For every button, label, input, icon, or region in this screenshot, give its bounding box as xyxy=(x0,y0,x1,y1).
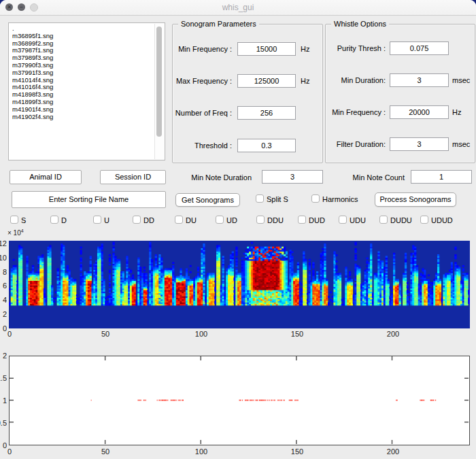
notes-plot-axes xyxy=(9,356,470,445)
whistle-options-panel: Whistle Options Purity Thresh : 0.075 Mi… xyxy=(325,24,475,163)
window-title: whis_gui xyxy=(0,0,476,15)
list-item[interactable]: m36895f1.sng xyxy=(12,33,154,40)
sonogram-xtick: 50 xyxy=(101,330,109,338)
sonogram-ytick: 4 xyxy=(0,296,7,304)
pattern-ddu-checkbox[interactable] xyxy=(256,216,265,224)
sonogram-ytick: 6 xyxy=(0,282,7,290)
sng-file-listbox[interactable]: . m36895f1.sng m36899f2.sng m37987f1.sng… xyxy=(8,22,165,160)
sonogram-ytick: 0 xyxy=(0,324,7,333)
sonogram-parameters-panel: Sonogram Parameters Min Frequency : 1500… xyxy=(172,24,323,163)
panel-title: Whistle Options xyxy=(331,20,389,28)
min-frequency-label: Min Frequency : xyxy=(174,42,232,56)
min-frequency-unit: Hz xyxy=(301,42,309,56)
whistle-min-frequency-field[interactable]: 20000 xyxy=(390,105,449,119)
get-sonograms-button[interactable]: Get Sonograms xyxy=(175,193,240,207)
notes-ytick: 1.5 xyxy=(0,374,7,382)
pattern-ud-checkbox[interactable] xyxy=(216,216,224,224)
sonogram-ytick: 12 xyxy=(0,239,7,248)
pattern-dud-label: DUD xyxy=(309,216,325,224)
pattern-s-label: S xyxy=(21,216,26,224)
pattern-dudu-label: DUDU xyxy=(390,216,412,224)
split-s-label: Split S xyxy=(267,195,288,203)
sonogram-heatmap-canvas xyxy=(9,241,470,328)
number-of-freq-label: Number of Freq : xyxy=(174,106,232,120)
enter-sorting-file-name-button[interactable]: Enter Sorting File Name xyxy=(12,191,166,208)
file-list: . m36895f1.sng m36899f2.sng m37987f1.sng… xyxy=(12,25,154,120)
min-note-count-label: Min Note Count xyxy=(343,171,405,184)
min-frequency-field[interactable]: 15000 xyxy=(237,42,296,56)
notes-xtick: 50 xyxy=(101,447,109,456)
filter-duration-label: Filter Duration: xyxy=(326,137,386,151)
animal-id-button[interactable]: Animal ID xyxy=(10,170,82,184)
pattern-s-checkbox[interactable] xyxy=(10,216,18,224)
min-duration-label: Min Duration: xyxy=(326,73,386,87)
y-axis-exponent-label: × 104 xyxy=(7,228,24,237)
pattern-udud-label: UDUD xyxy=(431,216,453,224)
sonogram-ytick: 10 xyxy=(0,254,7,262)
pattern-udu-label: UDU xyxy=(350,216,366,224)
list-item[interactable]: m37991f3.sng xyxy=(12,69,154,77)
notes-ytick: 2 xyxy=(0,352,7,360)
max-frequency-unit: Hz xyxy=(301,74,309,88)
app-window: ✕ − whis_gui . m36895f1.sng m36899f2.sng… xyxy=(0,0,476,459)
harmonics-checkbox[interactable] xyxy=(311,194,320,203)
notes-xtick: 200 xyxy=(387,447,399,456)
title-bar: ✕ − whis_gui xyxy=(0,0,476,16)
filter-duration-field[interactable]: 3 xyxy=(390,137,449,151)
whistle-min-frequency-label: Min Frequency : xyxy=(326,105,386,119)
pattern-dud-checkbox[interactable] xyxy=(298,216,306,224)
notes-plot-canvas xyxy=(10,356,469,444)
notes-ytick: 1 xyxy=(0,396,7,405)
harmonics-label: Harmonics xyxy=(322,195,358,203)
max-frequency-label: Max Frequency : xyxy=(174,74,232,88)
sonogram-xtick: 0 xyxy=(7,330,12,338)
pattern-ud-label: UD xyxy=(226,216,237,224)
pattern-du-checkbox[interactable] xyxy=(175,216,183,224)
list-item[interactable]: m41902f4.sng xyxy=(12,114,154,121)
session-id-button[interactable]: Session ID xyxy=(100,170,166,184)
pattern-dudu-checkbox[interactable] xyxy=(379,216,388,224)
sonogram-ytick: 2 xyxy=(0,310,7,318)
pattern-dd-label: DD xyxy=(143,216,154,224)
sonogram-ytick: 8 xyxy=(0,268,7,276)
panel-title: Sonogram Parameters xyxy=(178,20,259,28)
list-scrollbar-thumb[interactable] xyxy=(156,27,162,137)
process-sonogorams-button[interactable]: Process Sonogorams xyxy=(375,192,456,207)
pattern-udud-checkbox[interactable] xyxy=(420,216,428,224)
notes-xtick: 100 xyxy=(195,447,207,456)
pattern-u-label: U xyxy=(104,216,109,224)
notes-xtick: 150 xyxy=(291,447,303,456)
pattern-u-checkbox[interactable] xyxy=(93,216,101,224)
purity-thresh-label: Purity Thresh : xyxy=(326,41,386,55)
sonogram-xtick: 150 xyxy=(291,330,303,338)
pattern-d-label: D xyxy=(61,216,67,224)
number-of-freq-field[interactable]: 256 xyxy=(237,106,296,120)
split-s-checkbox[interactable] xyxy=(256,194,264,203)
list-item[interactable]: m41901f4.sng xyxy=(12,106,154,114)
pattern-d-checkbox[interactable] xyxy=(50,216,58,224)
min-note-count-field[interactable]: 1 xyxy=(411,170,472,184)
filter-duration-unit: msec xyxy=(452,137,470,151)
pattern-ddu-label: DDU xyxy=(267,216,284,224)
whistle-min-frequency-unit: Hz xyxy=(452,105,461,119)
notes-ytick: 0 xyxy=(0,441,7,449)
pattern-udu-checkbox[interactable] xyxy=(339,216,347,224)
pattern-du-label: DU xyxy=(186,216,197,224)
threshold-label: Threshold : xyxy=(174,139,232,152)
notes-xtick: 0 xyxy=(7,447,12,456)
pattern-dd-checkbox[interactable] xyxy=(133,216,141,224)
min-note-duration-field[interactable]: 3 xyxy=(262,170,323,184)
purity-thresh-field[interactable]: 0.075 xyxy=(390,41,449,55)
threshold-field[interactable]: 0.3 xyxy=(237,139,296,152)
sonogram-xtick: 100 xyxy=(195,330,207,338)
max-frequency-field[interactable]: 125000 xyxy=(237,74,296,88)
notes-ytick: 0.5 xyxy=(0,419,7,427)
sonogram-xtick: 200 xyxy=(387,330,399,338)
list-scrollbar[interactable] xyxy=(154,24,164,159)
min-duration-field[interactable]: 3 xyxy=(390,73,449,87)
min-note-duration-label: Min Note Duration xyxy=(187,171,252,184)
min-duration-unit: msec xyxy=(452,73,470,87)
